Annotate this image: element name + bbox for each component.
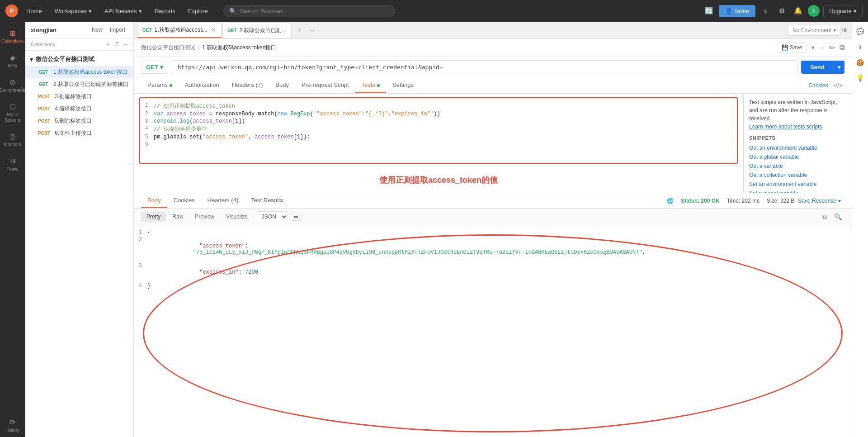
url-input[interactable]	[172, 60, 797, 74]
sidebar-item-environments[interactable]: ⊙ Environments	[2, 74, 24, 97]
nav-home[interactable]: Home	[22, 6, 47, 16]
tree-item-1[interactable]: GET 1.获取鉴权码access token接口	[25, 66, 133, 78]
content-area: GET 1.获取鉴权码access... ✕ GET 2.获取公众号已创... …	[134, 22, 868, 437]
snippets-link[interactable]: Learn more about tests scripts	[749, 124, 822, 130]
filter-collections-btn[interactable]: ☰	[115, 41, 120, 48]
postman-logo[interactable]: P	[5, 5, 18, 17]
code-line-5: 5 pm.globals.set("access_token", access_…	[140, 133, 737, 141]
nav-api-network[interactable]: API Network ▾	[100, 6, 146, 16]
apis-icon: ◈	[10, 53, 15, 62]
sidebar-item-history[interactable]: ⟳ History	[2, 414, 24, 437]
resp-tab-body[interactable]: Body	[141, 193, 167, 208]
close-tab-1[interactable]: ✕	[210, 27, 217, 33]
history-icon: ⟳	[9, 418, 15, 427]
resp-tab-headers[interactable]: Headers (4)	[201, 193, 245, 208]
method-get-badge: GET	[36, 69, 51, 75]
code-view-button[interactable]: </>	[832, 80, 844, 91]
sidebar-item-mock-servers[interactable]: ⬡ Mock Servers	[2, 99, 24, 127]
tree-item-6[interactable]: POST 6.文件上传接口	[25, 127, 133, 139]
tab-params[interactable]: Params	[141, 78, 179, 93]
send-button[interactable]: Send	[801, 61, 834, 74]
search-response-button[interactable]: 🔍	[831, 212, 844, 222]
light-bulb-icon[interactable]: 💡	[854, 71, 867, 84]
nav-reports[interactable]: Reports	[150, 6, 180, 16]
tree-item-4[interactable]: POST 4.编辑标签接口	[25, 103, 133, 115]
format-selector[interactable]: JSON	[256, 211, 288, 222]
sync-icon[interactable]: 🔄	[703, 5, 715, 17]
editor-section: 1 // 使用正则提取access_token 2 var access_tok…	[134, 94, 852, 193]
chevron-down-icon: ▾	[833, 27, 836, 33]
cookie-icon[interactable]: 🍪	[854, 56, 867, 69]
fmt-tab-visualize[interactable]: Visualize	[221, 212, 253, 222]
info-icon[interactable]: ℹ	[854, 41, 867, 53]
nav-explore[interactable]: Explore	[184, 6, 212, 16]
edit-button[interactable]: ✏	[829, 43, 835, 52]
upgrade-button[interactable]: Upgrade ▾	[823, 5, 863, 17]
search-collections-hint: Collections	[31, 42, 101, 47]
more-tabs-button[interactable]: ···	[308, 25, 316, 35]
snippet-6[interactable]: Set a global variable	[749, 189, 846, 193]
fork-icon[interactable]: ⑂	[759, 5, 772, 17]
more-options-button[interactable]: ···	[819, 44, 825, 51]
save-button[interactable]: 💾 Save	[777, 43, 807, 52]
method-selector[interactable]: GET ▾	[141, 61, 168, 74]
environment-selector[interactable]: No Environment ▾	[788, 25, 841, 36]
snippet-1[interactable]: Get an environment variable	[749, 143, 846, 152]
eye-button[interactable]: 👁	[842, 27, 848, 34]
snippet-2[interactable]: Get a global variable	[749, 152, 846, 162]
settings-icon[interactable]: ⚙	[775, 5, 788, 17]
fmt-tab-pretty[interactable]: Pretty	[141, 212, 166, 222]
tab-1[interactable]: GET 1.获取鉴权码access... ✕	[137, 23, 222, 38]
resp-tab-test-results[interactable]: Test Results	[245, 193, 289, 208]
tab-body[interactable]: Body	[269, 78, 295, 93]
snippet-4[interactable]: Get a collection variable	[749, 171, 846, 180]
collection-root[interactable]: ▾ 微信公众平台接口测试	[25, 52, 133, 66]
more-collections-btn[interactable]: ···	[123, 41, 128, 48]
resp-line-3: 3 "expires_in": 7200	[134, 262, 852, 282]
fmt-tab-preview[interactable]: Preview	[189, 212, 220, 222]
method-post-badge: POST	[36, 106, 52, 112]
tree-item-3[interactable]: POST 3.创建标签接口	[25, 90, 133, 103]
code-editor[interactable]: 1 // 使用正则提取access_token 2 var access_tok…	[139, 97, 738, 164]
workspace-name: xiongjian	[31, 27, 87, 33]
cookies-button[interactable]: Cookies	[805, 81, 831, 90]
send-dropdown-button[interactable]: ▾	[834, 61, 844, 74]
add-collection-btn[interactable]: ＋	[105, 40, 111, 48]
copy-response-button[interactable]: ⧉	[820, 212, 830, 222]
request-tabs: Params Authorization Headers (7) Body Pr…	[134, 78, 852, 93]
copy-button[interactable]: ⧉	[840, 43, 844, 52]
collection-tree: ▾ 微信公众平台接口测试 GET 1.获取鉴权码access token接口 G…	[25, 51, 133, 437]
save-dropdown-button[interactable]: ▾	[811, 44, 815, 51]
tab-headers[interactable]: Headers (7)	[226, 78, 269, 93]
nav-workspaces[interactable]: Workspaces ▾	[50, 6, 96, 16]
fmt-tab-raw[interactable]: Raw	[167, 212, 189, 222]
tab-2[interactable]: GET 2.获取公众号已创...	[222, 23, 292, 38]
resp-tab-cookies[interactable]: Cookies	[167, 193, 201, 208]
snippet-3[interactable]: Get a variable	[749, 162, 846, 171]
tree-item-5[interactable]: POST 5.删除标签接口	[25, 115, 133, 127]
search-bar[interactable]: 🔍 Search Postman	[223, 5, 395, 17]
code-editor-wrapper: 1 // 使用正则提取access_token 2 var access_tok…	[134, 94, 743, 193]
import-button[interactable]: Import	[107, 25, 128, 34]
invite-button[interactable]: 👤 Invite	[719, 5, 755, 17]
request-row: GET ▾ Send ▾	[134, 57, 852, 78]
snippet-5[interactable]: Set an environment variable	[749, 180, 846, 189]
main-layout: ⊞ Collections ◈ APIs ⊙ Environments ⬡ Mo…	[0, 22, 868, 437]
comments-icon[interactable]: 💬	[854, 25, 867, 38]
tab-pre-request[interactable]: Pre-request Script	[295, 78, 355, 93]
add-tab-button[interactable]: ＋	[292, 24, 307, 37]
method-label: GET	[146, 64, 158, 71]
tree-item-2[interactable]: GET 2.获取公众号已创建的标签接口	[25, 78, 133, 90]
sidebar-item-flows[interactable]: ⇉ Flows	[2, 153, 24, 176]
sidebar-item-collections[interactable]: ⊞ Collections	[2, 25, 24, 48]
bell-icon[interactable]: 🔔	[792, 5, 804, 17]
tab-authorization[interactable]: Authorization	[179, 78, 226, 93]
save-response-button[interactable]: Save Response ▾	[794, 196, 844, 206]
sidebar-item-monitors[interactable]: ◷ Monitors	[2, 128, 24, 151]
tab-tests[interactable]: Tests	[355, 78, 386, 93]
new-button[interactable]: New	[89, 25, 105, 34]
tab-settings[interactable]: Settings	[386, 78, 420, 93]
sidebar-item-apis[interactable]: ◈ APIs	[2, 50, 24, 72]
wrap-toggle[interactable]: ⇔	[291, 213, 302, 221]
avatar[interactable]: X	[808, 5, 820, 17]
